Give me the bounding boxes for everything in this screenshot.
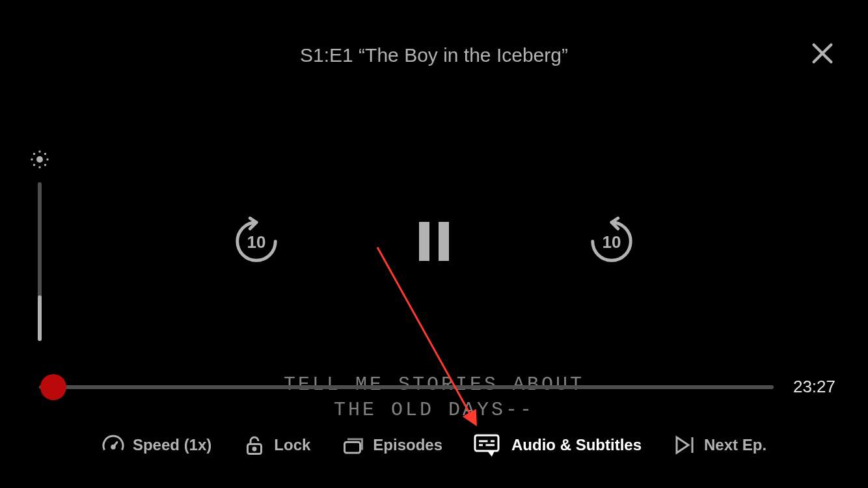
svg-rect-17 <box>345 442 360 454</box>
svg-point-9 <box>33 164 35 166</box>
svg-point-16 <box>253 448 256 450</box>
svg-point-2 <box>36 156 43 163</box>
svg-point-6 <box>46 158 48 160</box>
audio-subtitles-label: Audio & Subtitles <box>511 436 642 454</box>
svg-point-4 <box>38 166 40 168</box>
svg-marker-23 <box>677 437 688 453</box>
lock-button[interactable]: Lock <box>243 433 310 457</box>
brightness-fill <box>38 295 42 341</box>
next-episode-label: Next Ep. <box>704 436 766 454</box>
svg-text:10: 10 <box>247 232 266 252</box>
pause-bar-left <box>419 222 429 261</box>
progress-scrubber[interactable] <box>40 374 66 400</box>
svg-point-10 <box>44 164 46 166</box>
pause-bar-right <box>439 222 449 261</box>
svg-point-7 <box>33 153 35 155</box>
speedometer-icon <box>102 433 125 457</box>
lock-label: Lock <box>274 436 310 454</box>
close-button[interactable] <box>809 40 835 66</box>
svg-rect-18 <box>475 435 498 451</box>
pause-button[interactable] <box>412 219 456 264</box>
episode-title: S1:E1 “The Boy in the Iceberg” <box>0 44 868 66</box>
annotation-arrow <box>364 241 495 436</box>
lock-open-icon <box>243 433 266 457</box>
seek-forward-10-button[interactable]: 10 <box>586 216 637 267</box>
episodes-button[interactable]: Episodes <box>342 433 442 457</box>
playback-speed-button[interactable]: Speed (1x) <box>102 433 211 457</box>
next-episode-button[interactable]: Next Ep. <box>673 433 766 457</box>
episodes-icon <box>342 433 365 457</box>
svg-point-8 <box>44 153 46 155</box>
next-episode-icon <box>673 433 696 457</box>
audio-subtitles-button[interactable]: Audio & Subtitles <box>474 433 642 457</box>
speed-label: Speed (1x) <box>133 436 211 454</box>
brightness-icon <box>29 148 51 170</box>
svg-point-3 <box>38 150 40 152</box>
progress-track[interactable] <box>39 385 774 389</box>
svg-point-5 <box>31 158 33 160</box>
seek-back-10-button[interactable]: 10 <box>231 216 282 267</box>
svg-text:10: 10 <box>603 232 621 252</box>
subtitles-icon <box>474 433 504 457</box>
progress-bar[interactable]: 23:27 <box>39 377 835 397</box>
episodes-label: Episodes <box>373 436 442 454</box>
time-remaining: 23:27 <box>793 377 835 397</box>
